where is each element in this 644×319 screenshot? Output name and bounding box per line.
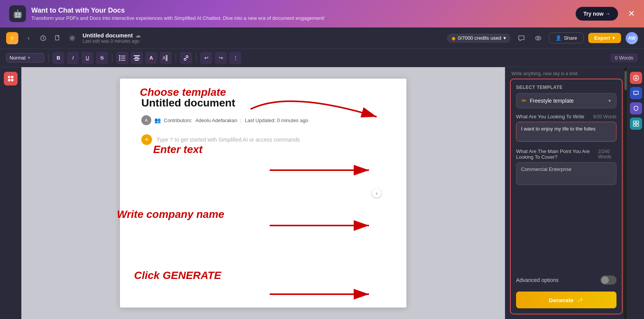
list-button[interactable] <box>116 52 128 64</box>
advanced-options-toggle[interactable] <box>600 276 616 285</box>
share-button[interactable]: 👤 Share <box>549 32 584 44</box>
svg-rect-10 <box>121 60 125 61</box>
divider-1 <box>48 53 49 63</box>
word-count-display: 0 Words <box>610 53 638 62</box>
toggle-thumb <box>601 276 609 284</box>
rs-grid-icon[interactable] <box>630 118 642 130</box>
svg-rect-27 <box>636 124 639 126</box>
svg-rect-9 <box>121 58 125 58</box>
field2-label: What Are The Main Point You Are Looking … <box>516 148 598 160</box>
svg-rect-16 <box>11 76 13 78</box>
left-sidebar <box>0 67 21 319</box>
svg-rect-25 <box>636 121 639 123</box>
banner-title: Want to Chat with Your Docs <box>31 6 325 14</box>
banner-text: Want to Chat with Your Docs Transform yo… <box>31 6 325 21</box>
svg-rect-12 <box>135 57 139 58</box>
app-logo[interactable]: ⚡ <box>6 32 18 44</box>
contributor-name: Adeolu Adefarakan <box>195 118 237 123</box>
logo-icon: ⚡ <box>8 34 16 42</box>
rs-ai-icon[interactable] <box>630 72 642 84</box>
svg-rect-24 <box>633 121 636 123</box>
svg-rect-5 <box>119 55 120 56</box>
rs-shield-icon[interactable] <box>630 102 642 114</box>
rs-chat-icon[interactable] <box>630 87 642 99</box>
updated-label: Last Updated: 0 minutes ago <box>245 118 308 123</box>
preview-button[interactable] <box>532 32 544 44</box>
share-icon: 👤 <box>555 35 561 41</box>
add-block-button[interactable]: + <box>141 134 152 145</box>
doc-placeholder-text: Type '/' to get started with Simplified … <box>157 137 300 143</box>
banner-subtitle: Transform your PDFs and Docs into intera… <box>31 15 325 21</box>
doc-author-avatar: A <box>141 115 151 125</box>
sidebar-tool-icon[interactable] <box>4 72 18 85</box>
divider-4 <box>196 53 196 63</box>
svg-rect-17 <box>8 79 10 81</box>
italic-button[interactable]: I <box>67 52 79 64</box>
field1-section: What Are You Looking To Write 9/20 Words… <box>516 114 616 143</box>
divider-3 <box>176 53 176 63</box>
doc-title: Untitled document ☁ <box>83 32 442 39</box>
ai-panel-inner: Select Template ✏ Freestyle template ▾ W… <box>510 79 623 314</box>
chat-button[interactable] <box>515 32 527 44</box>
panel-scrollbar[interactable] <box>624 67 627 319</box>
svg-rect-26 <box>633 124 636 126</box>
svg-point-23 <box>633 75 639 81</box>
svg-rect-7 <box>119 60 120 61</box>
banner-left: 🤖 Want to Chat with Your Docs Transform … <box>9 5 325 22</box>
svg-rect-6 <box>119 57 120 58</box>
pencil-icon: ✏ <box>522 97 527 104</box>
underline-button[interactable]: U <box>81 52 94 64</box>
field1-count: 9/20 Words <box>593 114 616 119</box>
header-nav: ‹ <box>23 32 78 44</box>
back-button[interactable]: ‹ <box>23 32 34 44</box>
file-button[interactable] <box>52 32 63 44</box>
credits-chevron: ▾ <box>503 35 506 41</box>
font-bg-button[interactable]: A▌ <box>160 52 172 64</box>
try-now-button[interactable]: Try now → <box>576 7 618 21</box>
header-actions: 👤 Share Export ▾ AW <box>515 32 638 44</box>
template-section: Select Template ✏ Freestyle template ▾ <box>516 85 616 108</box>
generate-button[interactable]: Generate ✨ <box>516 292 616 308</box>
advanced-options-row: Advanced options <box>516 274 616 286</box>
svg-rect-8 <box>121 56 125 56</box>
align-button[interactable] <box>131 52 143 64</box>
banner-close-button[interactable]: ✕ <box>628 9 635 19</box>
svg-rect-13 <box>134 58 140 59</box>
doc-subtitle: Last edit was 0 minutes ago <box>83 39 442 44</box>
field2-count: 2/240 Words <box>598 149 616 160</box>
credits-display[interactable]: ◆ 0/7000 credits used ▾ <box>447 34 511 43</box>
top-banner: 🤖 Want to Chat with Your Docs Transform … <box>0 0 644 27</box>
banner-icon: 🤖 <box>9 5 26 22</box>
more-options-button[interactable]: ⋮ <box>229 52 241 64</box>
diamond-icon: ◆ <box>451 35 456 41</box>
template-name: Freestyle template <box>530 98 574 104</box>
field1-label: What Are You Looking To Write <box>516 114 584 119</box>
strikethrough-button[interactable]: S <box>96 52 108 64</box>
template-dropdown[interactable]: ✏ Freestyle template ▾ <box>516 93 616 108</box>
doc-info: Untitled document ☁ Last edit was 0 minu… <box>83 32 442 44</box>
redo-button[interactable]: ↪ <box>215 52 227 64</box>
svg-rect-11 <box>134 55 140 56</box>
user-avatar[interactable]: AW <box>626 32 638 44</box>
panel-expand-button[interactable]: › <box>372 188 381 198</box>
paragraph-style-select[interactable]: Normal ▾ <box>6 53 44 63</box>
cloud-save-icon: ☁ <box>135 32 141 39</box>
undo-button[interactable]: ↩ <box>200 52 212 64</box>
company-field[interactable]: Commercial Enterprise <box>516 162 616 185</box>
field2-header: What Are The Main Point You Are Looking … <box>516 148 616 160</box>
format-toolbar: Normal ▾ B I U S A A▌ ↩ ↪ ⋮ 0 Words <box>0 49 644 67</box>
contributors-icon: 👥 <box>154 117 161 123</box>
document-meta: A 👥 Contributors: Adeolu Adefarakan | La… <box>141 115 385 125</box>
panel-scroll-thumb <box>625 71 627 90</box>
right-ai-panel: Write anything, now sky is a limit Selec… <box>505 67 627 319</box>
export-button[interactable]: Export ▾ <box>588 33 621 43</box>
advanced-options-label: Advanced options <box>516 277 558 283</box>
bold-button[interactable]: B <box>52 52 65 64</box>
settings-button[interactable] <box>66 32 78 44</box>
field1-textarea[interactable] <box>516 122 616 142</box>
link-button[interactable] <box>180 52 192 64</box>
font-color-button[interactable]: A <box>145 52 157 64</box>
svg-rect-18 <box>11 79 13 81</box>
right-sidebar <box>627 67 644 319</box>
history-button[interactable] <box>37 32 49 44</box>
